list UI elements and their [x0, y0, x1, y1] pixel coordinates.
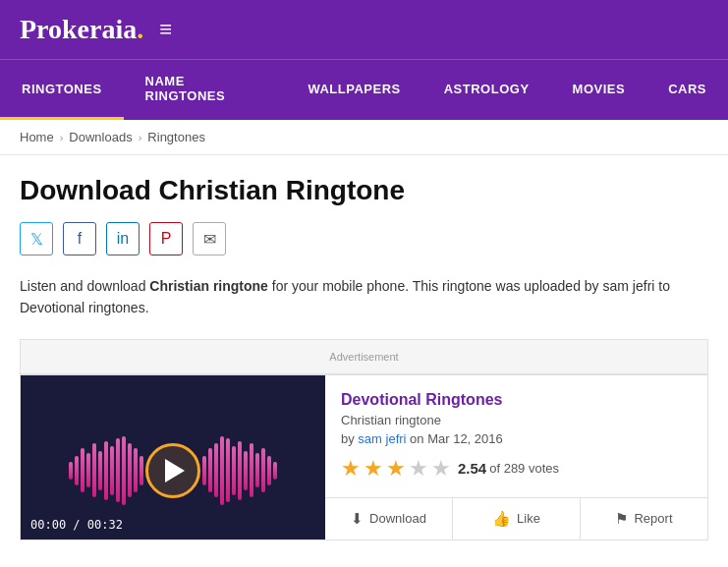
waveform [21, 431, 325, 510]
wave-bar [98, 451, 102, 490]
ringtone-description: Listen and download Christian ringtone f… [20, 275, 708, 319]
time-total: 00:32 [87, 518, 123, 532]
wave-bar [220, 436, 224, 505]
wave-bar [238, 441, 242, 500]
star-5[interactable]: ★ [431, 456, 451, 482]
play-icon [165, 459, 185, 482]
wave-bar [69, 462, 73, 480]
advertisement-banner: Advertisement [20, 339, 708, 374]
social-share-bar: 𝕏 f in P ✉ [20, 222, 708, 255]
wave-bar [244, 451, 248, 490]
star-4[interactable]: ★ [409, 456, 428, 482]
breadcrumb-sep-2: › [139, 132, 142, 143]
linkedin-share-button[interactable]: in [106, 222, 140, 255]
player-info: Devotional Ringtones Christian ringtone … [325, 375, 707, 539]
wave-bar [208, 448, 212, 492]
breadcrumb: Home › Downloads › Ringtones [0, 120, 728, 155]
uploader-prefix: by [341, 431, 358, 446]
like-button[interactable]: 👍 Like [453, 498, 581, 539]
hamburger-icon[interactable]: ≡ [159, 17, 172, 42]
like-label: Like [517, 511, 540, 526]
description-bold: Christian ringtone [149, 278, 268, 294]
star-3[interactable]: ★ [386, 456, 406, 482]
wave-bar [232, 446, 236, 495]
nav-item-wallpapers[interactable]: WALLPAPERS [286, 60, 421, 120]
uploader-line: by sam jefri on Mar 12, 2016 [341, 431, 692, 446]
action-bar: ⬇ Download 👍 Like ⚑ Report [325, 497, 707, 539]
time-current: 00:00 [30, 518, 66, 532]
wave-bar [104, 441, 108, 500]
main-nav: RINGTONES NAME RINGTONES WALLPAPERS ASTR… [0, 59, 728, 120]
nav-item-ringtones[interactable]: RINGTONES [0, 60, 124, 120]
report-icon: ⚑ [615, 510, 628, 528]
wave-bar [267, 456, 271, 485]
report-label: Report [634, 511, 672, 526]
breadcrumb-sep-1: › [60, 132, 64, 143]
site-logo[interactable]: Prokeraia. [20, 14, 143, 45]
wave-bar [255, 453, 259, 487]
email-share-button[interactable]: ✉ [193, 222, 226, 255]
description-prefix: Listen and download [20, 278, 149, 294]
wave-bar [226, 438, 230, 502]
report-button[interactable]: ⚑ Report [581, 498, 707, 539]
breadcrumb-home[interactable]: Home [20, 130, 54, 144]
main-content: Download Christian Ringtone 𝕏 f in P ✉ L… [0, 155, 728, 540]
page-title: Download Christian Ringtone [20, 175, 708, 206]
download-button[interactable]: ⬇ Download [325, 498, 453, 539]
wave-bar [140, 456, 143, 485]
wave-bar [214, 443, 218, 497]
votes-text: of 289 votes [489, 461, 559, 476]
rating-value: 2.54 [458, 460, 486, 477]
wave-bar [75, 456, 79, 485]
twitter-share-button[interactable]: 𝕏 [20, 222, 53, 255]
wave-bar [261, 448, 265, 492]
ringtone-name: Christian ringtone [341, 413, 692, 427]
ringtone-category: Devotional Ringtones [341, 391, 692, 409]
wave-bar [202, 456, 206, 485]
play-button[interactable] [145, 443, 200, 498]
nav-item-cars[interactable]: CARS [646, 60, 728, 120]
upload-date: on Mar 12, 2016 [406, 431, 502, 446]
star-1[interactable]: ★ [341, 456, 361, 482]
like-icon: 👍 [492, 510, 511, 528]
player-visual: 00:00 / 00:32 [21, 375, 325, 539]
ad-label: Advertisement [329, 351, 398, 363]
wave-bar [122, 436, 126, 505]
site-header: Prokeraia. ≡ [0, 0, 728, 59]
breadcrumb-current: Ringtones [147, 130, 205, 144]
time-display: 00:00 / 00:32 [30, 518, 123, 532]
wave-bar [273, 462, 277, 480]
wave-bar [110, 446, 114, 495]
download-label: Download [369, 511, 426, 526]
uploader-link[interactable]: sam jefri [358, 431, 406, 446]
wave-bar [86, 453, 90, 487]
nav-item-astrology[interactable]: ASTROLOGY [422, 60, 551, 120]
star-2[interactable]: ★ [364, 456, 383, 482]
wave-bar [92, 443, 96, 497]
nav-item-name-ringtones[interactable]: NAME RINGTONES [124, 60, 287, 120]
facebook-share-button[interactable]: f [63, 222, 96, 255]
wave-bar [250, 443, 253, 497]
nav-item-movies[interactable]: MOVIES [551, 60, 647, 120]
wave-bar [134, 448, 138, 492]
rating-stars-row: ★ ★ ★ ★ ★ 2.54 of 289 votes [341, 456, 692, 482]
breadcrumb-downloads[interactable]: Downloads [69, 130, 132, 144]
pinterest-share-button[interactable]: P [149, 222, 183, 255]
player-card: 00:00 / 00:32 Devotional Ringtones Chris… [20, 374, 708, 540]
download-icon: ⬇ [351, 510, 364, 528]
wave-bar [128, 443, 132, 497]
wave-bar [116, 438, 120, 502]
wave-bar [81, 448, 84, 492]
